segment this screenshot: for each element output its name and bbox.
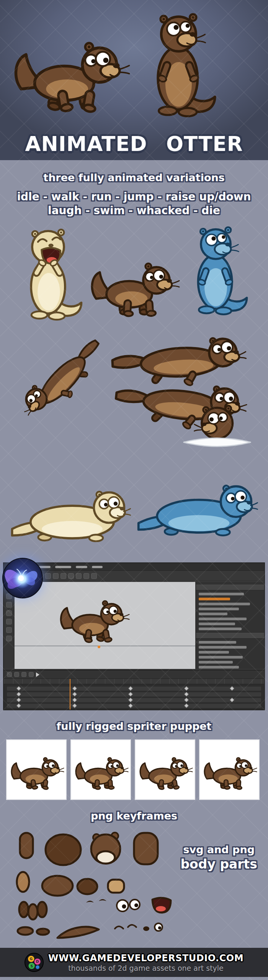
footer-text-block: WWW.GAMEDEVELOPERSTUDIO.COM thousands of… (48, 953, 243, 972)
otter-blue-standing-illustration (187, 223, 250, 319)
crawl-poses-row (0, 473, 268, 557)
game-developer-studio-logo-icon: G D S (25, 953, 44, 972)
keyframe-diamond (230, 698, 234, 702)
spriter-timeline (4, 670, 264, 710)
keyframe-diamond (72, 686, 77, 690)
otter-cream-laughing-illustration (19, 225, 84, 325)
menu-item-placeholder (55, 566, 71, 568)
panel-row (199, 661, 233, 664)
timeline-track (7, 687, 261, 691)
spriter-canvas-otter (58, 598, 130, 646)
keyframe-diamond (16, 698, 21, 702)
menu-item-placeholder (92, 566, 103, 568)
svg-text:S: S (30, 964, 33, 968)
keyframe-tile (135, 739, 195, 800)
timeline-ruler (4, 679, 264, 684)
tool-button (6, 610, 12, 616)
keyframe-diamond (128, 692, 132, 696)
properties-panel-rows (199, 641, 261, 669)
panel-row (199, 666, 239, 669)
color-variations-row (0, 223, 268, 338)
timeline-playhead (70, 679, 70, 710)
panel-header (196, 585, 264, 590)
timeline-track (7, 698, 261, 702)
keyframe-tile (6, 739, 67, 800)
swim-poses-group (0, 338, 268, 473)
toolbar-button (76, 573, 82, 579)
keyframe-otter-3 (138, 755, 193, 792)
variations-heading: three fully animated variations (0, 171, 268, 185)
keyframe-strip (0, 739, 268, 800)
keyframe-diamond (184, 686, 188, 690)
tool-button (6, 636, 12, 641)
panel-row (199, 598, 230, 600)
spriter-toolbar (4, 571, 264, 581)
keyframe-tile (199, 739, 260, 800)
panel-row (199, 608, 239, 610)
keyframe-diamond (230, 686, 234, 690)
keyframe-diamond (128, 698, 132, 702)
timeline-tracks (4, 684, 264, 708)
timeline-track (7, 704, 261, 708)
keyframe-diamond (72, 692, 77, 696)
tool-button (6, 602, 12, 608)
toolbar-button (60, 573, 66, 579)
panel-row (199, 628, 242, 630)
keyframe-diamond (72, 698, 77, 702)
canvas-guide-line (15, 646, 195, 646)
glowing-butterfly-logo-icon (2, 558, 43, 598)
toolbar-button (53, 573, 59, 579)
timeline-track (7, 692, 261, 696)
keyframe-diamond (16, 703, 21, 708)
animations-list-line1: idle - walk - run - jump - raise up/down (0, 190, 268, 204)
otter-standing-illustration (145, 9, 218, 121)
toolbar-button (91, 573, 97, 579)
keyframe-diamond (184, 692, 188, 696)
body-parts-caption: svg and png body parts (181, 843, 258, 871)
tool-button (6, 627, 12, 633)
keyframe-tile (70, 739, 131, 800)
parts-caption-line1: svg and png (181, 843, 258, 857)
canvas-origin-point (98, 646, 100, 648)
transport-button (21, 672, 26, 677)
website-url: WWW.GAMEDEVELOPERSTUDIO.COM (48, 953, 243, 964)
spriter-screenshot-wrap (3, 562, 265, 710)
toolbar-button (83, 573, 89, 579)
panel-row (199, 641, 236, 644)
otter-brown-walking-illustration (88, 260, 180, 320)
keyframe-diamond (128, 686, 132, 690)
keyframe-diamond (16, 692, 21, 696)
keyframe-diamond (128, 703, 132, 708)
product-title: ANIMATED OTTER (0, 132, 268, 156)
spriter-menubar (4, 563, 264, 571)
toolbar-button (68, 573, 74, 579)
panel-row (199, 593, 244, 595)
keyframe-diamond (72, 703, 77, 708)
hero-section: ANIMATED OTTER (0, 0, 268, 160)
panel-row (199, 618, 247, 620)
keyframe-otter-1 (9, 755, 64, 792)
panel-row (199, 646, 247, 649)
spriter-caption: fully rigged spriter puppet (0, 719, 268, 733)
animated-otter-asset-page: ANIMATED OTTER three fully animated vari… (0, 0, 268, 977)
transport-button (29, 672, 34, 677)
parts-caption-line2: body parts (181, 857, 258, 871)
panel-row (199, 656, 243, 659)
footer: G D S WWW.GAMEDEVELOPERSTUDIO.COM thousa… (0, 948, 268, 977)
keyframe-diamond (16, 686, 21, 690)
otter-walking-illustration (11, 38, 130, 117)
keyframe-diamond (184, 703, 188, 708)
otter-diving-illustration (14, 329, 114, 430)
animations-list-line2: laugh - swim - whacked - die (0, 204, 268, 218)
otter-peeking-from-water-illustration (179, 401, 257, 454)
svg-text:D: D (36, 960, 39, 964)
transport-button (7, 672, 12, 677)
play-button-icon (36, 672, 39, 677)
svg-text:G: G (29, 957, 33, 961)
keyframe-otter-2 (74, 755, 129, 792)
otter-blue-crawling-illustration (136, 474, 262, 538)
timeline-transport-controls (4, 670, 264, 679)
panel-row (199, 603, 250, 605)
footer-tagline: thousands of 2d game assets one art styl… (68, 964, 224, 972)
keyframe-otter-4 (202, 755, 257, 792)
